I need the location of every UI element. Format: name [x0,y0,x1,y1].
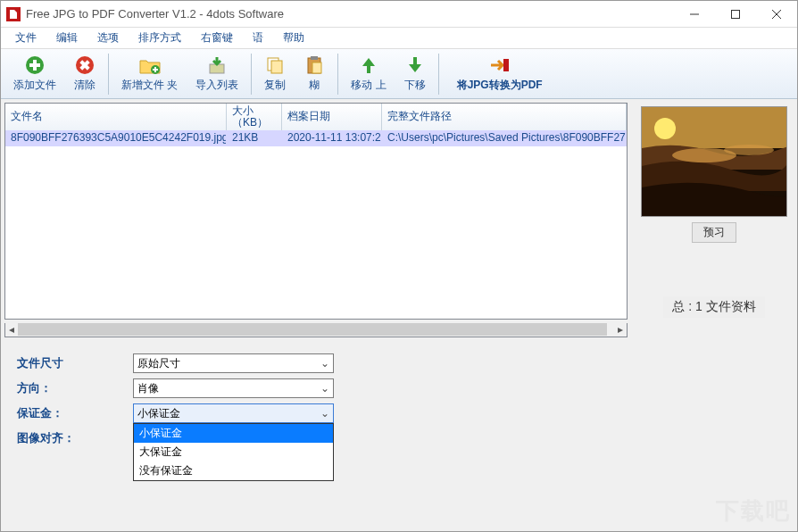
col-date[interactable]: 档案日期 [282,104,382,130]
title-bar: Free JPG to PDF Converter V1.2 - 4dots S… [1,1,797,28]
import-list-button[interactable]: 导入列表 [187,53,247,95]
add-file-button[interactable]: 添加文件 [4,53,65,95]
col-path[interactable]: 完整文件路径 [382,104,627,130]
convert-icon [489,54,511,76]
menu-options[interactable]: 选项 [88,29,128,47]
scroll-right-icon[interactable]: ▸ [614,323,627,336]
arrow-down-icon [404,54,426,76]
preview-image [641,106,787,217]
watermark: 下载吧 [716,495,791,527]
margin-dropdown: 小保证金 大保证金 没有保证金 [133,423,334,481]
margin-select[interactable]: 小保证金 ⌄ 小保证金 大保证金 没有保证金 [133,403,334,423]
align-label: 图像对齐： [17,430,133,446]
margin-option-large[interactable]: 大保证金 [134,443,333,461]
window-title: Free JPG to PDF Converter V1.2 - 4dots S… [26,7,674,21]
move-up-button[interactable]: 移动 上 [342,53,395,95]
close-button[interactable] [756,1,797,28]
cell-date: 2020-11-11 13:07:25 [282,130,382,146]
cell-path: C:\Users\pc\Pictures\Saved Pictures\8F09… [382,130,627,146]
plus-icon [24,54,46,76]
move-down-button[interactable]: 下移 [395,53,435,95]
import-list-label: 导入列表 [195,78,238,93]
total-files-label: 总 : 1 文件资料 [663,296,764,318]
horizontal-scrollbar[interactable]: ◂ ▸ [4,323,628,337]
clear-button[interactable]: 清除 [65,53,104,95]
file-size-value: 原始尺寸 [137,356,180,371]
minimize-button[interactable] [674,1,715,28]
delete-icon [74,54,96,76]
cell-name: 8F090BFF276393C5A9010E5C4242F019.jpg [5,130,227,146]
svg-rect-7 [29,63,40,67]
margin-option-none[interactable]: 没有保证金 [134,461,333,480]
cell-size: 21KB [227,130,282,146]
svg-rect-2 [732,10,740,18]
col-size[interactable]: 大小（KB） [227,104,282,130]
new-folder-button[interactable]: 新增文件 夹 [112,53,187,95]
import-icon [206,54,228,76]
convert-label: 将JPG转换为PDF [457,78,543,93]
separator [251,54,252,95]
menu-file[interactable]: 文件 [6,29,46,47]
maximize-button[interactable] [715,1,756,28]
chevron-down-icon: ⌄ [320,357,329,370]
app-icon [6,7,21,21]
svg-point-23 [654,118,676,139]
main-area: 文件名 大小（KB） 档案日期 完整文件路径 8F090BFF276393C5A… [1,99,797,531]
move-up-label: 移动 上 [351,78,386,93]
margin-label: 保证金： [17,405,133,421]
svg-rect-13 [153,69,158,71]
paste-icon [303,54,325,76]
preview-label: 预习 [692,222,736,243]
svg-rect-20 [503,59,509,71]
svg-rect-18 [311,56,318,60]
file-size-select[interactable]: 原始尺寸 ⌄ [133,353,334,373]
settings-form: 文件尺寸 原始尺寸 ⌄ 方向： 肖像 ⌄ 保证金： 小保证金 ⌄ [1,341,631,462]
file-size-label: 文件尺寸 [17,355,133,371]
paste-button[interactable]: 糊 [295,53,334,95]
add-file-label: 添加文件 [13,78,56,93]
menu-bar: 文件 编辑 选项 排序方式 右窗键 语 帮助 [1,28,797,49]
file-table: 文件名 大小（KB） 档案日期 完整文件路径 8F090BFF276393C5A… [4,103,628,320]
right-panel: 预习 总 : 1 文件资料 [631,99,797,531]
orientation-label: 方向： [17,380,133,396]
table-header: 文件名 大小（KB） 档案日期 完整文件路径 [5,104,627,130]
svg-rect-16 [271,61,282,73]
move-down-label: 下移 [404,78,426,93]
scroll-thumb[interactable] [18,323,607,336]
convert-button[interactable]: 将JPG转换为PDF [443,53,557,95]
paste-label: 糊 [309,78,320,93]
menu-lang[interactable]: 语 [244,29,272,47]
separator [108,54,109,95]
svg-rect-19 [312,62,321,73]
toolbar: 添加文件 清除 新增文件 夹 导入列表 复制 糊 移动 上 下移 将JPG转换为… [1,49,797,99]
separator [337,54,338,95]
menu-edit[interactable]: 编辑 [47,29,87,47]
menu-help[interactable]: 帮助 [274,29,313,47]
separator [438,54,439,95]
table-row[interactable]: 8F090BFF276393C5A9010E5C4242F019.jpg 21K… [5,130,627,146]
table-body[interactable]: 8F090BFF276393C5A9010E5C4242F019.jpg 21K… [5,130,627,319]
left-panel: 文件名 大小（KB） 档案日期 完整文件路径 8F090BFF276393C5A… [1,99,631,531]
chevron-down-icon: ⌄ [320,407,329,420]
copy-label: 复制 [264,78,286,93]
menu-rightkey[interactable]: 右窗键 [192,29,242,47]
arrow-up-icon [358,54,379,76]
copy-icon [264,54,286,76]
menu-sort[interactable]: 排序方式 [129,29,190,47]
new-folder-label: 新增文件 夹 [121,78,178,93]
col-name[interactable]: 文件名 [5,104,227,130]
clear-label: 清除 [74,78,96,93]
orientation-select[interactable]: 肖像 ⌄ [133,378,334,398]
orientation-value: 肖像 [137,381,159,396]
chevron-down-icon: ⌄ [320,382,329,395]
svg-point-25 [724,145,774,155]
scroll-left-icon[interactable]: ◂ [5,323,18,336]
margin-option-small[interactable]: 小保证金 [134,424,333,443]
copy-button[interactable]: 复制 [255,53,295,95]
margin-value: 小保证金 [137,406,180,421]
window-controls [674,1,797,28]
folder-add-icon [139,54,161,76]
